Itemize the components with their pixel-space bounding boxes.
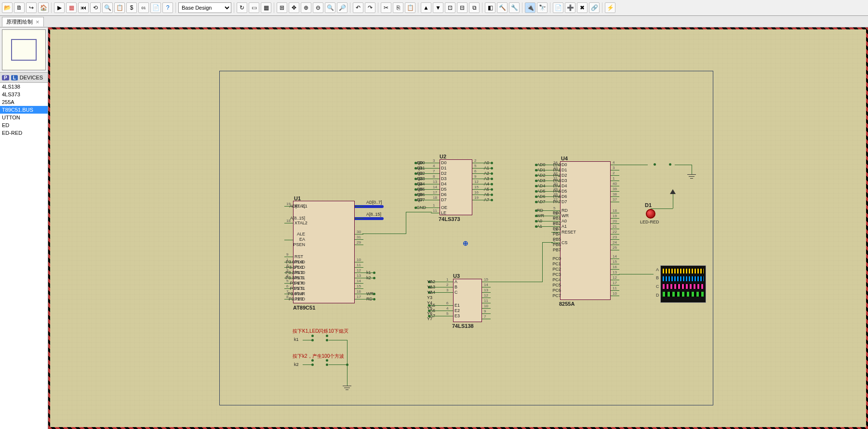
- led-d1[interactable]: [646, 209, 655, 219]
- l-icon[interactable]: L: [11, 75, 18, 80]
- import-icon[interactable]: ➕: [565, 2, 575, 13]
- exit-icon[interactable]: ↪: [26, 2, 37, 13]
- binary-icon[interactable]: 01: [138, 2, 149, 13]
- k1-btn-a[interactable]: [311, 335, 314, 337]
- redo-icon[interactable]: ↷: [365, 2, 375, 13]
- pin-number: 6: [474, 169, 476, 173]
- sheet-icon[interactable]: 📄: [553, 2, 563, 13]
- pin-number: 40: [613, 182, 617, 186]
- net-wire: [481, 195, 491, 195]
- align-icon[interactable]: ⊞: [277, 2, 287, 13]
- pin-wire: [472, 179, 481, 179]
- run-icon[interactable]: ▶: [54, 2, 65, 13]
- undo-icon[interactable]: ↶: [353, 2, 363, 13]
- device-icon[interactable]: 🔌: [525, 2, 535, 13]
- step-back-icon[interactable]: ⏮: [78, 2, 89, 13]
- schematic-canvas[interactable]: U1 AT89C51 U2 74LS373 U3 74LS138 U4 8255…: [48, 27, 868, 429]
- pin-number: 13: [484, 288, 488, 292]
- copy-icon[interactable]: ⎘: [393, 2, 403, 13]
- group-icon[interactable]: ⊡: [445, 2, 455, 13]
- pin-wire: [355, 278, 363, 278]
- ungroup-icon[interactable]: ⊟: [457, 2, 467, 13]
- front-icon[interactable]: ▲: [421, 2, 431, 13]
- device-item[interactable]: UTTON: [0, 114, 48, 121]
- pin-label: Q2: [417, 171, 423, 176]
- net-wire: [537, 202, 551, 202]
- net-dot: [491, 162, 493, 164]
- pin-wire: [355, 234, 363, 234]
- tab-schematic[interactable]: 原理图绘制 ×: [2, 17, 44, 26]
- device-item[interactable]: T89C51.BUS: [0, 106, 48, 114]
- doc-icon[interactable]: 📄: [150, 2, 161, 13]
- new-icon[interactable]: 🗎: [14, 2, 25, 13]
- move-icon[interactable]: ✥: [289, 2, 299, 13]
- k2-btn-a[interactable]: [311, 359, 314, 362]
- device-item[interactable]: 4LS373: [0, 91, 48, 98]
- paste-icon[interactable]: 📋: [405, 2, 415, 13]
- oscilloscope[interactable]: [660, 265, 706, 303]
- cut-icon[interactable]: ✂: [381, 2, 391, 13]
- device-list[interactable]: 4LS1384LS373255AT89C51.BUSUTTONEDED-RED: [0, 83, 48, 429]
- pin-label: A: [454, 279, 457, 284]
- help-icon[interactable]: ?: [162, 2, 173, 13]
- clone-icon[interactable]: ⧉: [469, 2, 480, 13]
- pin-label: Y7: [427, 316, 432, 321]
- device-item[interactable]: ED: [0, 121, 48, 129]
- wrench-icon[interactable]: 🔧: [509, 2, 520, 13]
- zoom-out-icon[interactable]: ⊖: [313, 2, 323, 13]
- pin-number: 17: [613, 281, 617, 285]
- pin-wire: [472, 184, 481, 184]
- run-sim-icon[interactable]: ⚡: [605, 2, 615, 13]
- device-item[interactable]: ED-RED: [0, 129, 48, 137]
- pin-label: D5: [441, 187, 447, 192]
- home-icon[interactable]: 🏠: [38, 2, 49, 13]
- dollar-icon[interactable]: $: [126, 2, 137, 13]
- refresh-icon[interactable]: ↻: [237, 2, 247, 13]
- k2-btn-b[interactable]: [326, 359, 328, 362]
- pin-number: 7: [484, 314, 486, 319]
- device-item[interactable]: 255A: [0, 98, 48, 106]
- p-icon[interactable]: P: [2, 75, 9, 80]
- zoom-icon[interactable]: 🔍: [102, 2, 113, 13]
- pin-label: P3.5/T1: [290, 286, 305, 291]
- open-icon[interactable]: 📂: [2, 2, 13, 13]
- device-item[interactable]: 4LS138: [0, 83, 48, 91]
- pin-wire: [482, 282, 491, 282]
- hammer-icon[interactable]: 🔨: [497, 2, 507, 13]
- pin-label: PB6: [553, 242, 561, 247]
- k1-btn-b[interactable]: [326, 335, 328, 337]
- pin-number: 1: [613, 176, 614, 181]
- chip-icon[interactable]: ▦: [66, 2, 77, 13]
- pin-wire: [431, 179, 440, 179]
- wire-k1a: [303, 340, 312, 340]
- net-dot: [491, 172, 493, 175]
- mirror-icon[interactable]: ◧: [485, 2, 495, 13]
- zoom-fit-icon[interactable]: 🔎: [337, 2, 347, 13]
- pin-number: 29: [357, 240, 361, 245]
- pin-number: 12: [474, 180, 479, 184]
- report-icon[interactable]: 📋: [114, 2, 125, 13]
- pin-label: E3: [454, 313, 460, 318]
- pin-number: 19: [474, 195, 479, 200]
- k2-pin-a: [311, 364, 314, 366]
- pin-number: 5: [474, 164, 476, 168]
- design-select[interactable]: Base Design: [178, 2, 231, 13]
- pin-wire: [611, 202, 619, 202]
- block-icon[interactable]: ▦: [261, 2, 271, 13]
- find-icon[interactable]: 🔭: [537, 2, 548, 13]
- delete-sheet-icon[interactable]: ✖: [577, 2, 588, 13]
- close-icon[interactable]: ×: [36, 18, 40, 26]
- pin-label: P3.6/WR: [288, 291, 305, 296]
- net-wire: [481, 179, 491, 179]
- overview-pane[interactable]: [2, 29, 46, 70]
- zoom-area-icon[interactable]: 🔍: [325, 2, 335, 13]
- zoom-in-icon[interactable]: ⊕: [301, 2, 311, 13]
- back-icon[interactable]: ▼: [433, 2, 443, 13]
- node-pa0b: [654, 163, 656, 166]
- select-icon[interactable]: ▭: [249, 2, 259, 13]
- link-icon[interactable]: 🔗: [589, 2, 600, 13]
- step-return-icon[interactable]: ⟲: [90, 2, 101, 13]
- note-k1: 按下K1,LED闪烁10下熄灭: [293, 328, 348, 335]
- net-dot: [535, 185, 537, 187]
- pin-wire: [611, 259, 619, 259]
